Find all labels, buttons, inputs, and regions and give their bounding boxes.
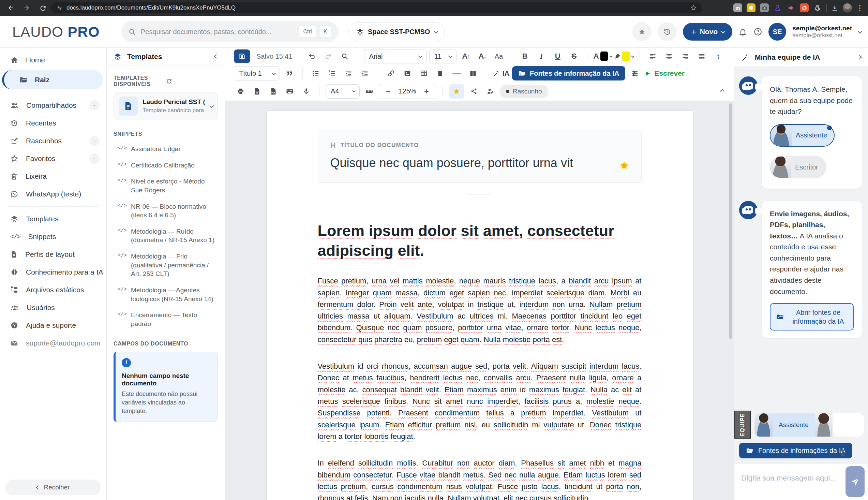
snippet-item[interactable]: </>Encerramento — Texto padrão — [114, 311, 218, 328]
numbered-list-button[interactable]: 12 — [325, 67, 339, 80]
open-ai-sources-button[interactable]: Abrir fontes de informação da IA — [770, 303, 854, 330]
outdent-button[interactable] — [342, 67, 355, 80]
indent-button[interactable] — [358, 67, 372, 80]
writer-avatar[interactable] — [815, 413, 833, 436]
help-icon[interactable] — [753, 27, 762, 36]
fontes-informacao-ia-button[interactable]: Fontes de informação da IA — [512, 66, 625, 80]
bullet-list-button[interactable] — [309, 67, 323, 80]
sidebar-item-templates[interactable]: Templates — [0, 210, 106, 228]
sidebar-item-perfis-de-layout[interactable]: Perfis de layout — [0, 246, 106, 263]
vertical-scrollbar[interactable] — [729, 103, 732, 339]
blockquote-button[interactable] — [282, 67, 296, 80]
document-paragraph[interactable]: In eleifend sollicitudin mollis. Curabit… — [318, 457, 641, 500]
sidebar-item-suporte-email[interactable]: suporte@laudopro.com — [0, 334, 106, 352]
user-avatar[interactable]: SE — [768, 23, 786, 41]
chat-mic-icon[interactable] — [839, 448, 847, 456]
document-paragraph[interactable]: Fusce pretium, urna vel mattis molestie,… — [318, 275, 641, 345]
snippet-item[interactable]: </>Certificado Calibração — [114, 161, 218, 170]
share-button[interactable] — [467, 84, 481, 98]
downloads-icon[interactable] — [831, 4, 838, 12]
align-right-button[interactable] — [679, 49, 692, 63]
account-chevron-icon[interactable] — [858, 29, 863, 33]
writer-pill[interactable]: Escritor — [770, 156, 826, 178]
forward-icon[interactable] — [23, 4, 31, 12]
ia-magic-button[interactable]: IA — [492, 70, 509, 77]
o-extension-icon[interactable] — [800, 3, 809, 12]
assistant-avatar[interactable] — [755, 413, 773, 436]
camera-extension-icon[interactable] — [760, 3, 769, 12]
snippet-item[interactable]: </>Nivel de esforço - Método Sue Rogers — [114, 177, 218, 194]
paragraph-style-select[interactable]: Título 1 — [234, 66, 280, 80]
space-selector[interactable]: Space SST-PCMSO — [348, 22, 445, 41]
sidebar-item-raiz[interactable]: Raiz — [2, 70, 103, 89]
url-bar[interactable]: docs.laudopro.com/Documents/Edit/UmK9lu2… — [51, 2, 702, 13]
title-favorite-star-icon[interactable] — [619, 160, 630, 171]
strikethrough-button[interactable]: S — [567, 49, 581, 63]
align-left-button[interactable] — [646, 49, 660, 63]
notifications-bell-icon[interactable] — [739, 27, 747, 36]
template-card[interactable]: Laudo Pericial SST (… Template canônico … — [114, 92, 218, 120]
justify-button[interactable] — [695, 49, 709, 63]
increase-font-button[interactable]: A↑ — [459, 49, 473, 63]
snippet-item[interactable]: </>Metodologia — Agentes biológicos (NR-… — [114, 286, 218, 303]
history-button[interactable] — [658, 22, 677, 41]
keyboard-shortcuts-button[interactable] — [283, 84, 297, 98]
insert-image-button[interactable] — [401, 67, 414, 80]
horizontal-rule-button[interactable]: — — [450, 67, 463, 80]
sidebar-item-conhecimento-ia[interactable]: Conhecimento para a IA — [0, 263, 106, 281]
ai-settings-sliders-button[interactable] — [628, 67, 641, 80]
selected-assistant-chip[interactable]: Assistente — [773, 413, 815, 436]
find-in-doc-icon[interactable] — [338, 49, 351, 63]
collapse-panel-icon[interactable] — [214, 54, 219, 59]
send-message-button[interactable] — [845, 466, 865, 497]
sidebar-item-home[interactable]: Home — [0, 51, 106, 69]
sidebar-item-arquivos-estaticos[interactable]: Arquivos estáticos — [0, 281, 106, 299]
assistant-pill[interactable]: Assistente — [770, 124, 835, 147]
text-case-button[interactable]: Aa — [492, 49, 506, 63]
zoom-out-button[interactable]: − — [381, 87, 395, 96]
collapse-toolbar-icon[interactable] — [721, 88, 724, 94]
pages-book-button[interactable] — [466, 67, 480, 80]
ruler-button[interactable] — [362, 84, 376, 98]
equipe-tab[interactable]: EQUIPE — [734, 411, 751, 439]
chat-message-input[interactable] — [741, 474, 837, 482]
redo-button[interactable] — [322, 49, 335, 63]
assign-editor-button[interactable] — [484, 84, 497, 98]
document-paragraph[interactable]: Vestibulum id orci rhoncus, accumsan aug… — [318, 361, 641, 442]
favorite-document-button[interactable] — [449, 84, 464, 99]
sidebar-item-favoritos[interactable]: Favoritos - — [0, 150, 106, 168]
chevron-down-icon[interactable] — [210, 103, 214, 108]
play-extension-icon[interactable] — [787, 3, 795, 12]
browser-menu-icon[interactable]: ⋮ — [856, 4, 863, 12]
page-size-select[interactable]: A4 — [326, 84, 360, 99]
bold-button[interactable]: B — [518, 49, 532, 63]
zoom-in-button[interactable]: + — [419, 87, 434, 96]
export-pdf-button[interactable]: PDF — [267, 84, 280, 98]
escrever-button[interactable]: Escrever — [644, 69, 685, 77]
keep-extension-icon[interactable] — [747, 3, 755, 12]
sidebar-item-lixeira[interactable]: Lixeira — [0, 168, 106, 185]
sidebar-item-snippets[interactable]: </> Snippets — [0, 228, 106, 246]
search-input[interactable] — [141, 28, 296, 36]
undo-button[interactable] — [305, 49, 319, 63]
insert-table-button[interactable] — [417, 67, 431, 80]
collapse-sidebar-button[interactable]: Recolher — [5, 479, 101, 495]
insert-block-button[interactable] — [433, 67, 447, 80]
sidebar-item-rascunhos[interactable]: Rascunhos - — [0, 132, 106, 150]
sidebar-item-usuarios[interactable]: Usuários — [0, 299, 106, 317]
document-page[interactable]: H TÍTULO DO DOCUMENTO Quisque nec quam p… — [267, 111, 693, 500]
snippet-item[interactable]: </>NR-06 — Bloco normativo (itens 6.4 e … — [114, 202, 218, 220]
italic-button[interactable]: I — [535, 49, 548, 63]
browser-profile-avatar[interactable] — [843, 3, 852, 13]
line-spacing-button[interactable]: ↕ — [711, 49, 725, 63]
document-title-card[interactable]: H TÍTULO DO DOCUMENTO Quisque nec quam p… — [318, 129, 641, 183]
puzzle-extensions-icon[interactable] — [813, 3, 822, 12]
sidebar-item-compartilhados[interactable]: Compartilhados - — [0, 96, 106, 114]
collapse-panel-icon[interactable] — [857, 55, 862, 59]
sidebar-item-ajuda[interactable]: ? Ajuda e suporte — [0, 317, 106, 334]
export-word-button[interactable]: W — [250, 84, 264, 98]
snippet-item[interactable]: </>Metodologia — Ruído (dosimetria / NR-… — [114, 227, 218, 245]
align-center-button[interactable] — [662, 49, 676, 63]
extension-m-icon[interactable]: m — [733, 3, 742, 12]
snippet-item[interactable]: </>Metodologia — Frio (qualitativa / per… — [114, 252, 218, 278]
